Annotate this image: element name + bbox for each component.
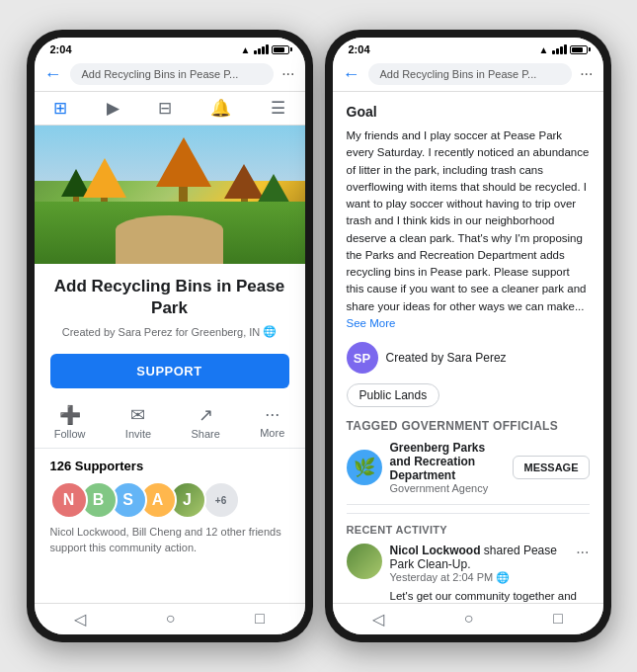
support-button[interactable]: SUPPORT bbox=[50, 354, 289, 388]
signal-bars-right bbox=[552, 44, 567, 54]
more-button-left[interactable]: ··· bbox=[281, 65, 294, 83]
avatar-1: N bbox=[50, 481, 88, 519]
activity-meta: Yesterday at 2:04 PM 🌐 bbox=[390, 571, 590, 584]
nav-recents-gesture[interactable]: □ bbox=[255, 610, 265, 629]
visibility-icon: 🌐 bbox=[496, 571, 510, 583]
action-row: ➕ Follow ✉ Invite ↗ Share ··· More bbox=[35, 396, 305, 449]
more-button-right[interactable]: ··· bbox=[580, 65, 593, 83]
nav-back-gesture[interactable]: ◁ bbox=[74, 610, 86, 629]
goal-heading: Goal bbox=[347, 104, 590, 120]
creator-row: SP Created by Sara Perez bbox=[347, 342, 590, 374]
activity-user-name: Nicol Lockwood shared Pease Park Clean-U… bbox=[390, 544, 577, 571]
battery-icon-right bbox=[570, 45, 588, 54]
wifi-icon: ▲ bbox=[241, 44, 251, 55]
nav-bar-right: ← Add Recycling Bins in Pease P... ··· bbox=[333, 57, 603, 92]
creator-avatar: SP bbox=[347, 342, 378, 374]
nav-bar-left: ← Add Recycling Bins in Pease P... ··· bbox=[35, 57, 305, 92]
scroll-content-right: Goal My friends and I play soccer at Pea… bbox=[333, 92, 603, 603]
more-icon: ··· bbox=[265, 404, 279, 425]
avatar-more: +6 bbox=[202, 481, 240, 519]
nav-icon-store[interactable]: ⊟ bbox=[158, 98, 172, 119]
invite-action[interactable]: ✉ Invite bbox=[125, 404, 151, 440]
bottom-nav-right: ◁ ○ □ bbox=[333, 603, 603, 634]
petition-content-left: Add Recycling Bins in Pease Park Created… bbox=[35, 126, 305, 603]
activity-text: Let's get our community together and vol… bbox=[390, 588, 590, 603]
nav-icon-video[interactable]: ▶ bbox=[107, 98, 119, 119]
follow-icon: ➕ bbox=[59, 404, 81, 426]
status-bar-right: 2:04 ▲ bbox=[333, 38, 603, 57]
phone-right: 2:04 ▲ ← Add Recycling Bi bbox=[325, 30, 611, 642]
divider bbox=[347, 504, 590, 505]
signal-bars bbox=[254, 44, 269, 54]
supporters-text: Nicol Lockwood, Bill Cheng and 12 other … bbox=[50, 525, 289, 555]
nav-home-gesture-right[interactable]: ○ bbox=[464, 610, 474, 629]
activity-more-button[interactable]: ··· bbox=[576, 544, 589, 561]
status-bar-left: 2:04 ▲ bbox=[35, 38, 305, 57]
supporter-avatars: N B S A J +6 bbox=[50, 481, 289, 519]
more-action[interactable]: ··· More bbox=[260, 404, 284, 440]
follow-action[interactable]: ➕ Follow bbox=[54, 404, 86, 440]
back-button-right[interactable]: ← bbox=[343, 64, 360, 85]
share-icon: ↗ bbox=[199, 404, 213, 426]
created-by-left: Created by Sara Perez for Greenberg, IN … bbox=[50, 325, 289, 338]
creator-name: Created by Sara Perez bbox=[386, 351, 507, 365]
invite-label: Invite bbox=[125, 428, 151, 440]
invite-icon: ✉ bbox=[130, 404, 145, 426]
activity-content: Nicol Lockwood shared Pease Park Clean-U… bbox=[390, 544, 590, 603]
see-more-link[interactable]: See More bbox=[347, 317, 396, 329]
agency-info: Greenberg Parks and Recreation Departmen… bbox=[390, 441, 506, 494]
activity-item: Nicol Lockwood shared Pease Park Clean-U… bbox=[347, 544, 590, 603]
agency-icon: 🌿 bbox=[347, 450, 382, 485]
status-icons-right: ▲ bbox=[539, 44, 588, 55]
petition-title-section: Add Recycling Bins in Pease Park Created… bbox=[35, 264, 305, 346]
share-action[interactable]: ↗ Share bbox=[191, 404, 219, 440]
globe-icon: 🌐 bbox=[263, 325, 277, 338]
activity-avatar bbox=[347, 544, 382, 579]
status-icons-left: ▲ bbox=[241, 44, 289, 55]
agency-name: Greenberg Parks and Recreation Departmen… bbox=[390, 441, 506, 482]
created-by-text: Created by Sara Perez for Greenberg, IN bbox=[62, 326, 261, 338]
petition-title: Add Recycling Bins in Pease Park bbox=[50, 276, 289, 319]
tag-pill[interactable]: Public Lands bbox=[347, 383, 440, 407]
agency-type: Government Agency bbox=[390, 482, 506, 494]
bottom-nav-left: ◁ ○ □ bbox=[35, 603, 305, 634]
recent-activity-section: RECENT ACTIVITY Nicol Lockwood shared Pe… bbox=[347, 513, 590, 603]
wifi-icon-right: ▲ bbox=[539, 44, 549, 55]
phone-left: 2:04 ▲ ← Add Recycling Bi bbox=[27, 30, 313, 642]
back-button-left[interactable]: ← bbox=[44, 64, 62, 85]
tagged-officials-section: Tagged Government Officials 🌿 Greenberg … bbox=[347, 419, 590, 494]
top-nav-icons-left: ⊞ ▶ ⊟ 🔔 ☰ bbox=[35, 92, 305, 126]
recent-activity-heading: RECENT ACTIVITY bbox=[347, 524, 590, 536]
tagged-officials-heading: Tagged Government Officials bbox=[347, 419, 590, 433]
search-bar-right[interactable]: Add Recycling Bins in Pease P... bbox=[368, 63, 573, 85]
nav-back-gesture-right[interactable]: ◁ bbox=[372, 610, 384, 629]
activity-header: Nicol Lockwood shared Pease Park Clean-U… bbox=[390, 544, 590, 571]
nav-icon-home[interactable]: ⊞ bbox=[53, 98, 67, 119]
nav-icon-bell[interactable]: 🔔 bbox=[210, 98, 231, 119]
leaf-icon: 🌿 bbox=[354, 457, 375, 478]
message-button[interactable]: MESSAGE bbox=[513, 456, 589, 479]
share-label: Share bbox=[191, 428, 219, 440]
petition-image bbox=[35, 126, 305, 264]
time-right: 2:04 bbox=[349, 43, 370, 55]
search-bar-left[interactable]: Add Recycling Bins in Pease P... bbox=[70, 63, 275, 85]
follow-label: Follow bbox=[54, 428, 86, 440]
supporters-section: 126 Supporters N B S A J +6 Nicol Lockwo… bbox=[35, 449, 305, 565]
goal-text: My friends and I play soccer at Pease Pa… bbox=[347, 127, 590, 332]
supporters-count: 126 Supporters bbox=[50, 459, 289, 473]
time-left: 2:04 bbox=[50, 43, 72, 55]
nav-recents-gesture-right[interactable]: □ bbox=[553, 610, 563, 629]
nav-icon-menu[interactable]: ☰ bbox=[271, 98, 285, 119]
nav-home-gesture[interactable]: ○ bbox=[166, 610, 176, 629]
battery-icon bbox=[272, 45, 289, 54]
agency-row: 🌿 Greenberg Parks and Recreation Departm… bbox=[347, 441, 590, 494]
more-label: More bbox=[260, 427, 284, 439]
